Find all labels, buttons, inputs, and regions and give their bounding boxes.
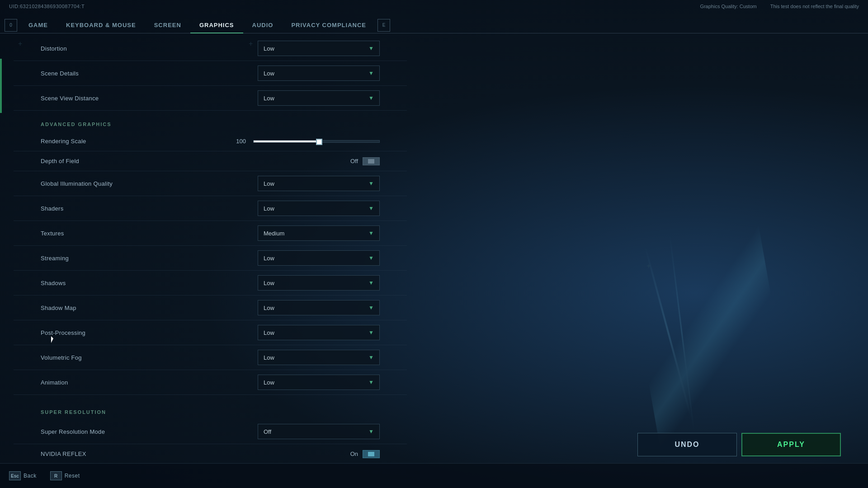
top-bar: UID:63210284386930087704:T Graphics Qual…: [0, 4, 868, 9]
volumetric-fog-chevron: ▼: [368, 354, 374, 361]
textures-chevron: ▼: [368, 230, 374, 236]
tab-screen[interactable]: SCREEN: [145, 17, 190, 33]
textures-dropdown[interactable]: Medium ▼: [258, 225, 380, 241]
uid-text: UID:63210284386930087704:T: [9, 4, 85, 9]
depth-of-field-label: Depth of Field: [41, 158, 79, 164]
shadow-map-chevron: ▼: [368, 305, 374, 311]
shadows-dropdown[interactable]: Low ▼: [258, 275, 380, 291]
depth-of-field-control: Off: [350, 157, 380, 165]
streaming-chevron: ▼: [368, 255, 374, 261]
scene-details-dropdown[interactable]: Low ▼: [258, 66, 380, 81]
nvidia-reflex-value: On: [350, 450, 358, 457]
textures-label: Textures: [41, 230, 64, 237]
rendering-scale-control: 100: [232, 138, 380, 145]
setting-row-shaders: Shaders Low ▼: [14, 196, 407, 221]
advanced-graphics-title: ADVANCED GRAPHICS: [41, 122, 112, 127]
esc-key: Esc: [9, 471, 21, 480]
nav-tabs: 0 GAME KEYBOARD & MOUSE SCREEN GRAPHICS …: [0, 17, 868, 33]
action-buttons: UNDO APPLY: [637, 433, 841, 456]
r-key: R: [50, 471, 62, 480]
animation-value: Low: [264, 379, 274, 386]
distortion-label: Distortion: [41, 45, 67, 52]
rendering-scale-slider[interactable]: [253, 140, 380, 143]
setting-row-volumetric-fog: Volumetric Fog Low ▼: [14, 345, 407, 370]
super-resolution-mode-dropdown[interactable]: Off ▼: [258, 424, 380, 439]
distortion-chevron: ▼: [368, 45, 374, 52]
scene-view-distance-value: Low: [264, 95, 274, 102]
rendering-scale-value: 100: [232, 138, 246, 145]
super-resolution-section-header: SUPER RESOLUTION: [14, 399, 407, 419]
depth-of-field-value: Off: [350, 158, 358, 164]
bottom-nav: Esc Back R Reset: [0, 463, 868, 488]
scene-view-distance-chevron: ▼: [368, 95, 374, 101]
setting-row-shadows: Shadows Low ▼: [14, 271, 407, 296]
rendering-scale-row: Rendering Scale 100: [14, 131, 407, 151]
nvidia-reflex-row: NVIDIA REFLEX On: [14, 444, 407, 461]
super-resolution-title: SUPER RESOLUTION: [41, 409, 106, 415]
cursor: [51, 336, 57, 344]
nav-right-icon[interactable]: E: [377, 19, 390, 32]
post-processing-value: Low: [264, 329, 274, 336]
setting-row-super-resolution-mode: Super Resolution Mode Off ▼: [14, 419, 407, 444]
shaders-label: Shaders: [41, 205, 64, 212]
rendering-scale-handle[interactable]: [316, 139, 322, 145]
streaming-dropdown[interactable]: Low ▼: [258, 250, 380, 266]
scene-details-chevron: ▼: [368, 70, 374, 76]
global-illumination-value: Low: [264, 180, 274, 187]
super-resolution-mode-chevron: ▼: [368, 428, 374, 435]
apply-button[interactable]: APPLY: [741, 433, 841, 456]
scene-view-distance-dropdown[interactable]: Low ▼: [258, 90, 380, 106]
setting-row-post-processing: Post-Processing Low ▼: [14, 320, 407, 345]
back-label: Back: [24, 473, 37, 479]
nvidia-reflex-toggle[interactable]: [363, 450, 380, 458]
animation-label: Animation: [41, 379, 68, 386]
setting-row-distortion: Distortion Low ▼: [14, 36, 407, 61]
post-processing-label: Post-Processing: [41, 329, 85, 336]
scene-details-label: Scene Details: [41, 70, 79, 77]
shadows-label: Shadows: [41, 280, 66, 286]
nvidia-reflex-control: On: [350, 450, 380, 458]
shaders-dropdown[interactable]: Low ▼: [258, 201, 380, 216]
super-resolution-mode-value: Off: [264, 428, 271, 435]
shadow-map-label: Shadow Map: [41, 305, 76, 311]
nvidia-reflex-label: NVIDIA REFLEX: [41, 450, 86, 457]
tab-privacy-compliance[interactable]: PRIVACY COMPLIANCE: [282, 17, 375, 33]
test-note-text: This test does not reflect the final qua…: [770, 4, 859, 9]
scene-details-value: Low: [264, 70, 274, 77]
volumetric-fog-value: Low: [264, 354, 274, 361]
distortion-dropdown[interactable]: Low ▼: [258, 41, 380, 56]
tab-graphics[interactable]: GRAPHICS: [190, 17, 243, 33]
animation-dropdown[interactable]: Low ▼: [258, 375, 380, 390]
setting-row-animation: Animation Low ▼: [14, 370, 407, 395]
global-illumination-chevron: ▼: [368, 180, 374, 187]
setting-row-scene-view-distance: Scene View Distance Low ▼: [14, 86, 407, 111]
textures-value: Medium: [264, 230, 284, 237]
tab-keyboard-mouse[interactable]: KEYBOARD & MOUSE: [57, 17, 145, 33]
shadows-chevron: ▼: [368, 280, 374, 286]
undo-button[interactable]: UNDO: [637, 433, 737, 456]
nav-left-icon[interactable]: 0: [5, 19, 17, 32]
tab-game[interactable]: GAME: [19, 17, 57, 33]
shaders-value: Low: [264, 205, 274, 212]
advanced-graphics-section-header: ADVANCED GRAPHICS: [14, 111, 407, 131]
graphics-quality-text: Graphics Quality: Custom: [700, 4, 756, 9]
volumetric-fog-label: Volumetric Fog: [41, 354, 82, 361]
global-illumination-dropdown[interactable]: Low ▼: [258, 176, 380, 191]
super-resolution-mode-label: Super Resolution Mode: [41, 428, 105, 435]
depth-of-field-toggle[interactable]: [363, 157, 380, 165]
volumetric-fog-dropdown[interactable]: Low ▼: [258, 350, 380, 365]
tab-audio[interactable]: AUDIO: [243, 17, 283, 33]
setting-row-streaming: Streaming Low ▼: [14, 246, 407, 271]
setting-row-shadow-map: Shadow Map Low ▼: [14, 296, 407, 320]
scene-view-distance-label: Scene View Distance: [41, 95, 99, 102]
reset-nav-item[interactable]: R Reset: [50, 471, 80, 480]
streaming-value: Low: [264, 255, 274, 262]
depth-of-field-row: Depth of Field Off: [14, 151, 407, 171]
quality-info: Graphics Quality: Custom This test does …: [700, 4, 859, 9]
setting-row-scene-details: Scene Details Low ▼: [14, 61, 407, 86]
shadow-map-dropdown[interactable]: Low ▼: [258, 300, 380, 315]
back-nav-item[interactable]: Esc Back: [9, 471, 37, 480]
rendering-scale-label: Rendering Scale: [41, 138, 86, 145]
post-processing-dropdown[interactable]: Low ▼: [258, 325, 380, 340]
post-processing-chevron: ▼: [368, 329, 374, 336]
